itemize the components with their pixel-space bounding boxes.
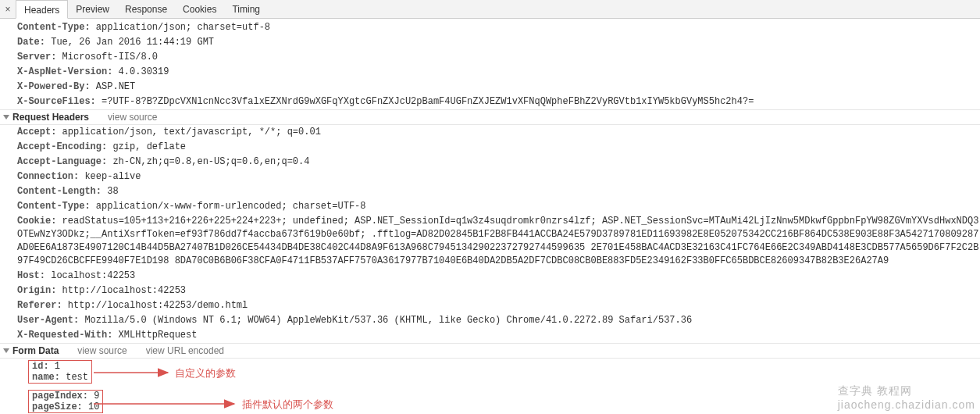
header-value: keep-alive xyxy=(79,171,141,182)
headers-panel: Content-Type: application/json; charset=… xyxy=(0,19,980,414)
header-line: X-SourceFiles: =?UTF-8?B?ZDpcVXNlcnNcc3V… xyxy=(0,95,980,109)
view-url-encoded-link[interactable]: view URL encoded xyxy=(146,345,224,356)
form-data-line: pageIndex: 9 xyxy=(32,391,99,402)
form-data-annotated: id: 1name: test pageIndex: 9pageSize: 10… xyxy=(0,359,980,414)
header-key: User-Agent: xyxy=(17,315,79,326)
form-key: name: xyxy=(32,372,60,383)
header-line: Date: Tue, 26 Jan 2016 11:44:19 GMT xyxy=(0,35,980,50)
header-key: X-Powered-By: xyxy=(17,81,91,92)
form-key: id: xyxy=(32,361,49,372)
header-value: application/json; charset=utf-8 xyxy=(91,22,270,33)
form-value: 1 xyxy=(49,361,60,372)
header-line: Content-Type: application/json; charset=… xyxy=(0,20,980,35)
header-value: 4.0.30319 xyxy=(112,66,169,77)
section-request-headers[interactable]: Request Headers view source xyxy=(0,109,980,125)
tab-cookies[interactable]: Cookies xyxy=(175,0,224,19)
form-data-default-box: pageIndex: 9pageSize: 10 xyxy=(28,390,103,413)
tab-response[interactable]: Response xyxy=(117,0,175,19)
header-key: Referer: xyxy=(17,300,62,311)
form-key: pageSize: xyxy=(32,402,83,412)
header-line: Accept: application/json, text/javascrip… xyxy=(0,125,980,140)
header-value: ASP.NET xyxy=(91,81,136,92)
header-key: Accept-Language: xyxy=(17,156,107,167)
caret-down-icon xyxy=(3,348,9,353)
header-value: Microsoft-IIS/8.0 xyxy=(56,52,158,62)
form-value: 10 xyxy=(83,402,100,412)
header-line: Content-Type: application/x-www-form-url… xyxy=(0,199,980,214)
header-key: Accept: xyxy=(17,127,56,137)
header-line: Content-Length: 38 xyxy=(0,184,980,199)
form-key: pageIndex: xyxy=(32,391,88,402)
tab-timing[interactable]: Timing xyxy=(224,0,268,19)
section-title: Form Data xyxy=(12,345,59,356)
tab-preview[interactable]: Preview xyxy=(68,0,117,19)
header-line: Accept-Language: zh-CN,zh;q=0.8,en-US;q=… xyxy=(0,155,980,170)
header-line: Referer: http://localhost:42253/demo.htm… xyxy=(0,298,980,313)
header-key: X-SourceFiles: xyxy=(17,96,96,107)
header-line: Connection: keep-alive xyxy=(0,170,980,184)
header-key: Origin: xyxy=(17,285,56,296)
view-source-link[interactable]: view source xyxy=(77,345,127,356)
header-value: gzip, deflate xyxy=(107,141,186,152)
header-key: Host: xyxy=(17,270,45,281)
close-icon[interactable]: × xyxy=(0,4,16,15)
header-line: Origin: http://localhost:42253 xyxy=(0,284,980,298)
watermark: 查字典 教程网jiaocheng.chazidian.com xyxy=(838,384,975,411)
header-line: X-Requested-With: XMLHttpRequest xyxy=(0,328,980,343)
header-value: application/json, text/javascript, */*; … xyxy=(56,127,320,137)
header-value: Mozilla/5.0 (Windows NT 6.1; WOW64) Appl… xyxy=(79,315,692,326)
header-value: readStatus=105+113+216+226+225+224+223+;… xyxy=(17,216,978,266)
view-source-link[interactable]: view source xyxy=(108,112,157,123)
annotation-custom: 自定义的参数 xyxy=(175,366,236,380)
annotation-default: 插件默认的两个参数 xyxy=(242,398,333,412)
header-value: 38 xyxy=(102,186,119,197)
form-value: test xyxy=(60,372,88,383)
header-value: application/x-www-form-urlencoded; chars… xyxy=(91,201,366,212)
header-key: X-Requested-With: xyxy=(17,330,112,341)
header-line: Cookie: readStatus=105+113+216+226+225+2… xyxy=(0,214,980,269)
section-title: Request Headers xyxy=(12,112,89,123)
header-key: Connection: xyxy=(17,171,79,182)
header-value: localhost:42253 xyxy=(45,270,135,281)
header-key: Content-Type: xyxy=(17,201,91,212)
header-line: X-AspNet-Version: 4.0.30319 xyxy=(0,65,980,80)
form-data-line: id: 1 xyxy=(32,361,88,372)
header-value: zh-CN,zh;q=0.8,en-US;q=0.6,en;q=0.4 xyxy=(107,156,309,167)
header-key: Server: xyxy=(17,52,56,62)
header-value: XMLHttpRequest xyxy=(112,330,197,341)
header-key: Date: xyxy=(17,37,45,48)
header-key: Content-Length: xyxy=(17,186,102,197)
header-line: Host: localhost:42253 xyxy=(0,269,980,284)
form-data-line: name: test xyxy=(32,372,88,383)
form-data-custom-box: id: 1name: test xyxy=(28,360,92,384)
form-data-line: pageSize: 10 xyxy=(32,402,99,412)
header-key: X-AspNet-Version: xyxy=(17,66,112,77)
tab-bar: × HeadersPreviewResponseCookiesTiming xyxy=(0,0,980,19)
header-key: Cookie: xyxy=(17,216,56,227)
header-key: Content-Type: xyxy=(17,22,91,33)
caret-down-icon xyxy=(3,115,9,120)
header-line: Accept-Encoding: gzip, deflate xyxy=(0,140,980,155)
header-key: Accept-Encoding: xyxy=(17,141,107,152)
header-value: http://localhost:42253/demo.html xyxy=(62,300,248,311)
section-form-data[interactable]: Form Data view source view URL encoded xyxy=(0,343,980,359)
tab-headers[interactable]: Headers xyxy=(16,0,68,19)
header-value: =?UTF-8?B?ZDpcVXNlcnNcc3VfalxEZXNrdG9wXG… xyxy=(96,96,754,107)
header-value: Tue, 26 Jan 2016 11:44:19 GMT xyxy=(45,37,214,48)
header-line: User-Agent: Mozilla/5.0 (Windows NT 6.1;… xyxy=(0,313,980,328)
form-value: 9 xyxy=(88,391,99,402)
header-line: Server: Microsoft-IIS/8.0 xyxy=(0,50,980,65)
header-line: X-Powered-By: ASP.NET xyxy=(0,80,980,95)
header-value: http://localhost:42253 xyxy=(56,285,186,296)
